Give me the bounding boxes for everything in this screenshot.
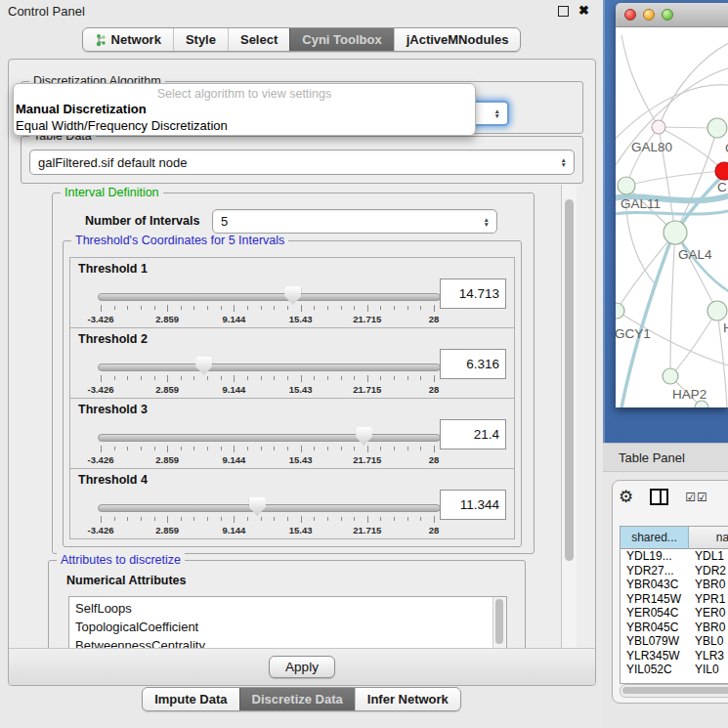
network-edge[interactable] [621,35,659,127]
algorithm-option-equal-width-frequency-discretization[interactable]: Equal Width/Frequency Discretization [14,117,475,134]
tab-impute-data[interactable]: Impute Data [143,688,238,710]
zoom-traffic-light[interactable] [662,9,673,21]
number-of-intervals-combobox[interactable]: 5 ▲▼ [212,209,497,234]
network-edge[interactable] [626,171,724,186]
settings-scrollbar[interactable] [561,185,577,649]
slider-thumb[interactable] [284,286,301,305]
column-header-shared[interactable]: shared... [621,527,689,549]
cyni-toolbox-panel: Discretization Algorithm ▲▼ Select algor… [8,59,596,686]
network-node-gal80[interactable] [652,120,665,134]
table-hscrollbar[interactable] [620,684,728,698]
slider-thumb[interactable] [249,497,266,516]
network-node-gal4[interactable] [664,221,687,244]
slider-thumb[interactable] [195,357,212,375]
table-data-combobox[interactable]: galFiltered.sif default node ▲▼ [29,150,575,175]
tab-discretize-data[interactable]: Discretize Data [239,688,355,710]
table-cell[interactable]: YBR043C [621,578,689,592]
table-row[interactable]: YER054CYER0 [621,606,728,621]
attribute-item-selfloops[interactable]: SelfLoops [69,599,506,618]
table-row[interactable]: YIL052CYIL0 [621,663,728,677]
threshold-value-field[interactable]: 21.4 [440,419,506,450]
slider-track[interactable] [98,434,441,442]
network-edge[interactable] [670,233,675,376]
table-cell[interactable]: YDR2 [689,564,728,578]
network-edge[interactable] [678,236,728,295]
table-cell[interactable]: YDL1 [689,549,728,564]
slider-tick-label: 28 [429,525,440,535]
table-cell[interactable]: YLR345W [621,649,689,664]
network-edge[interactable] [670,311,717,376]
tab-infer-network[interactable]: Infer Network [355,688,460,710]
slider-tick [420,376,421,380]
table-row[interactable]: YDR27...YDR2 [621,564,728,578]
slider-tick [234,446,235,452]
split-panel-icon[interactable] [650,489,668,505]
network-node-h[interactable] [707,301,727,321]
table-cell[interactable]: YBL079W [621,634,689,649]
table-cell[interactable]: YDR27... [621,564,689,578]
network-edge[interactable] [626,127,659,186]
network-node-gal11[interactable] [618,177,635,194]
table-cell[interactable]: YBR0 [689,578,728,592]
network-node-c[interactable] [715,162,728,180]
slider-track[interactable] [98,504,441,512]
network-node-g[interactable] [707,118,727,138]
table-cell[interactable]: YBL0 [689,634,728,649]
table-cell[interactable]: YPR1 [689,592,728,607]
network-canvas[interactable]: GAL80GCGAL11GAL4GCY1HHAP2 [616,27,728,407]
tab-style[interactable]: Style [173,28,228,51]
slider-track[interactable] [98,293,441,301]
threshold-value-field[interactable]: 14.713 [440,278,506,309]
threshold-value-field[interactable]: 6.316 [440,349,506,379]
gear-icon[interactable]: ⚙ [619,489,633,505]
tab-cyni-toolbox[interactable]: Cyni Toolbox [289,28,393,51]
attribute-item-topologicalcoefficient[interactable]: TopologicalCoefficient [69,618,506,636]
slider-tick [394,306,395,310]
select-columns-icon[interactable]: ☑☑ [685,491,708,504]
table-row[interactable]: YPR145WYPR1 [621,592,728,607]
table-cell[interactable]: YER0 [689,606,728,621]
table-row[interactable]: YBR045CYBR0 [621,621,728,635]
table-row[interactable]: YDL19...YDL1 [621,549,728,564]
slider-thumb[interactable] [356,427,372,446]
scrollbar-thumb[interactable] [565,199,574,561]
table-cell[interactable]: YER054C [621,606,689,621]
slider-tick [181,517,182,521]
algorithm-option-manual-discretization[interactable]: Manual Discretization [14,101,475,117]
numerical-attributes-list[interactable]: SelfLoopsTopologicalCoefficientBetweenne… [68,596,507,649]
threshold-value-field[interactable]: 11.344 [440,490,506,520]
slider-tick-label: 2.859 [155,525,179,535]
table-cell[interactable]: YIL0 [689,663,728,677]
table-cell[interactable]: YLR3 [689,649,728,664]
network-node-gcy1[interactable] [616,303,624,319]
minimize-traffic-light[interactable] [643,9,655,21]
scrollbar-thumb[interactable] [622,687,728,694]
table-row[interactable]: YBR043CYBR0 [621,578,728,592]
table-row[interactable]: YLR345WYLR3 [621,649,728,664]
float-panel-icon[interactable] [558,6,569,17]
network-edge[interactable] [675,233,717,311]
table-cell[interactable]: YDL19... [621,549,689,564]
table-row[interactable]: YBL079WYBL0 [621,634,728,649]
close-icon[interactable]: ✖ [578,6,589,16]
network-node-label: H [723,321,728,335]
scrollbar-thumb[interactable] [495,599,503,644]
column-header-na[interactable]: na [689,527,728,549]
slider-tick [420,447,421,450]
table-cell[interactable]: YBR045C [621,621,689,635]
tab-select[interactable]: Select [228,28,289,51]
network-node-hap2[interactable] [663,368,678,384]
apply-button[interactable]: Apply [269,656,335,678]
table-cell[interactable]: YBR0 [689,621,728,635]
network-edge[interactable] [659,41,728,127]
attributes-list-scrollbar[interactable] [492,597,506,649]
close-traffic-light[interactable] [624,9,636,21]
table-cell[interactable]: YIL052C [621,663,689,677]
slider-tick [154,376,155,380]
tab-jactivemnodules[interactable]: jActiveMNodules [394,28,521,51]
interval-definition-title: Interval Definition [61,186,163,199]
table-cell[interactable]: YPR145W [621,592,689,607]
slider-track[interactable] [98,364,441,371]
network-edge[interactable] [675,128,717,233]
tab-network[interactable]: Network [83,28,173,51]
